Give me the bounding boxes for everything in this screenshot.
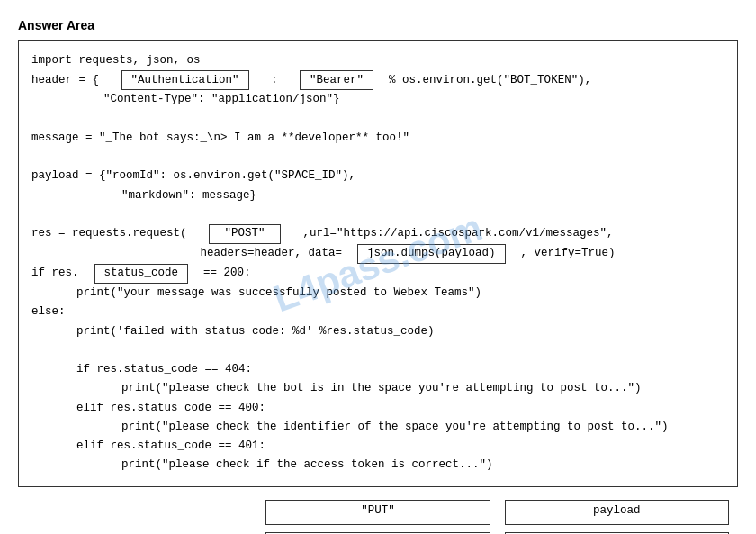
code-line-3: "Content-Type": "application/json"} — [32, 90, 724, 109]
code-line-22: print("please check if the access token … — [32, 456, 724, 475]
code-line-14: else: — [32, 303, 724, 321]
code-line-21: elif res.status_code == 401: — [32, 437, 724, 456]
code-text: res = requests.request( — [32, 224, 207, 243]
code-line-15: print('failed with status code: %d' %res… — [32, 322, 724, 341]
code-line-11: headers=header, data= json.dumps(payload… — [32, 244, 724, 264]
code-text: == 200: — [190, 264, 251, 283]
code-line-20: print("please check the identifier of th… — [32, 418, 724, 437]
code-line-10: res = requests.request( "POST" ,url="htt… — [32, 224, 724, 244]
code-text: message = "_The bot says:_\n> I am a **d… — [32, 129, 410, 148]
code-text: elif res.status_code == 400: — [50, 399, 266, 418]
code-line-16 — [32, 341, 724, 360]
code-text: print("please check the bot is in the sp… — [68, 379, 642, 398]
code-line-6 — [32, 148, 724, 167]
page-title: Answer Area — [18, 18, 738, 32]
code-text: elif res.status_code == 401: — [50, 437, 266, 456]
code-text: header = { — [32, 71, 120, 90]
code-text: print('failed with status code: %d' %res… — [50, 322, 435, 341]
code-line-13: print("your message was successfully pos… — [32, 284, 724, 303]
code-text: "markdown": message} — [68, 186, 256, 205]
code-text: import requests, json, os — [32, 51, 201, 70]
options-area: "PUT"payload"Authorization"status"Bearer… — [18, 500, 738, 535]
code-text: print("please check if the access token … — [68, 456, 493, 475]
code-text: print("your message was successfully pos… — [50, 284, 482, 303]
code-text: if res.status_code == 404: — [50, 360, 252, 379]
box-authentication: "Authentication" — [122, 70, 249, 90]
code-line-17: if res.status_code == 404: — [32, 360, 724, 379]
option-btn-opt1[interactable]: "PUT" — [266, 500, 490, 525]
box-post: "POST" — [209, 224, 281, 244]
box-status-code: status_code — [94, 264, 189, 284]
code-line-8: "markdown": message} — [32, 186, 724, 205]
code-text: headers=header, data= — [32, 244, 356, 263]
empty-cell — [27, 500, 251, 525]
code-text: "Content-Type": "application/json"} — [50, 90, 340, 109]
box-json-dumps: json.dumps(payload) — [357, 244, 506, 264]
code-text: payload = {"roomId": os.environ.get("SPA… — [32, 167, 356, 186]
code-line-2: header = { "Authentication" : "Bearer" %… — [32, 70, 724, 90]
code-text: print("please check the identifier of th… — [68, 418, 669, 437]
code-text: % os.environ.get("BOT_TOKEN"), — [375, 71, 591, 90]
option-btn-opt2[interactable]: payload — [505, 500, 729, 525]
code-text: ,url="https://api.ciscospark.com/v1/mess… — [283, 224, 614, 243]
code-line-5: message = "_The bot says:_\n> I am a **d… — [32, 129, 724, 148]
code-text: : — [251, 71, 299, 90]
code-line-9 — [32, 205, 724, 224]
code-line-1: import requests, json, os — [32, 51, 724, 70]
code-line-7: payload = {"roomId": os.environ.get("SPA… — [32, 167, 724, 186]
code-text: if res. — [32, 264, 93, 283]
answer-area: L4pass.com import requests, json, os hea… — [18, 40, 738, 487]
code-line-18: print("please check the bot is in the sp… — [32, 379, 724, 398]
code-line-19: elif res.status_code == 400: — [32, 399, 724, 418]
code-line-12: if res. status_code == 200: — [32, 264, 724, 284]
code-text: , verify=True) — [508, 244, 616, 263]
code-line-4 — [32, 110, 724, 129]
box-bearer: "Bearer" — [300, 70, 374, 90]
code-text: else: — [32, 303, 66, 321]
